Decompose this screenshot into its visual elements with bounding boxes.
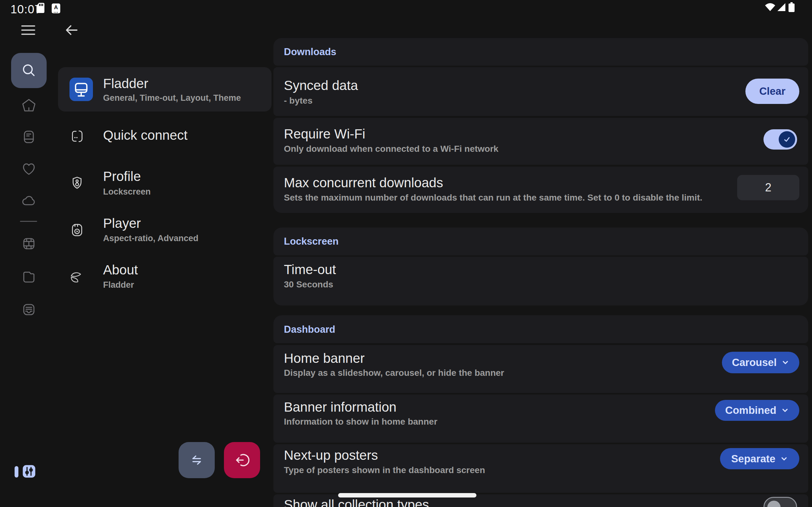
sdcard-icon bbox=[37, 3, 44, 13]
banner-information-select[interactable]: Combined bbox=[715, 400, 799, 421]
row-home-banner[interactable]: Home banner Display as a slideshow, caro… bbox=[273, 345, 808, 393]
swap-arrows-icon bbox=[188, 451, 206, 469]
fladder-display-icon bbox=[69, 78, 93, 101]
menu-item-player[interactable] bbox=[58, 209, 271, 251]
row-require-wifi[interactable]: Require Wi-Fi Only download when connect… bbox=[273, 118, 808, 165]
battery-icon bbox=[789, 2, 795, 12]
row-subtitle: Only download when connected to a Wi-Fi … bbox=[284, 145, 498, 153]
settings-selected-indicator bbox=[14, 466, 18, 477]
settings-sliders-icon[interactable] bbox=[22, 464, 36, 478]
menu-item-title: Quick connect bbox=[103, 129, 188, 142]
row-subtitle: Information to show in home banner bbox=[284, 417, 438, 426]
gesture-navigation-bar[interactable] bbox=[338, 493, 476, 498]
nextup-posters-select[interactable]: Separate bbox=[720, 448, 799, 469]
section-header-label: Lockscreen bbox=[284, 236, 339, 246]
quick-connect-icon bbox=[69, 128, 85, 144]
section-header-label: Dashboard bbox=[284, 325, 335, 334]
section-header-dashboard: Dashboard bbox=[273, 315, 808, 343]
chevron-down-icon bbox=[780, 455, 788, 463]
back-arrow-icon[interactable] bbox=[65, 23, 79, 38]
row-synced-data[interactable]: Synced data - bytes Clear bbox=[273, 67, 808, 116]
row-title: Time-out bbox=[284, 263, 336, 276]
require-wifi-toggle[interactable] bbox=[763, 129, 797, 150]
fladder-settings-screen: 10:07 A ... bbox=[0, 0, 812, 507]
favorites-heart-icon[interactable] bbox=[21, 161, 37, 176]
row-subtitle: - bytes bbox=[284, 96, 312, 105]
cloud-sync-icon[interactable] bbox=[21, 193, 37, 209]
section-header-downloads: Downloads bbox=[273, 38, 808, 66]
rail-item-search[interactable] bbox=[11, 53, 47, 88]
menu-item-subtitle: Lockscreen bbox=[103, 187, 151, 196]
rail-divider bbox=[20, 221, 37, 222]
row-banner-information[interactable]: Banner information Information to show i… bbox=[273, 395, 808, 443]
home-icon[interactable] bbox=[21, 98, 37, 113]
menu-item-subtitle: Fladder bbox=[103, 281, 134, 289]
cell-signal-icon bbox=[777, 3, 786, 11]
movies-film-icon[interactable] bbox=[21, 236, 37, 251]
section-header-lockscreen: Lockscreen bbox=[273, 228, 808, 256]
folders-icon[interactable] bbox=[21, 269, 37, 284]
logout-icon bbox=[233, 451, 251, 469]
logout-fab[interactable] bbox=[224, 442, 260, 478]
row-subtitle: Display as a slideshow, carousel, or hid… bbox=[284, 369, 504, 377]
check-icon bbox=[782, 135, 792, 144]
row-title: Home banner bbox=[284, 352, 364, 365]
row-subtitle: Sets the maximum number of downloads tha… bbox=[284, 193, 702, 202]
menu-hamburger-icon[interactable] bbox=[21, 25, 36, 36]
row-timeout[interactable]: Time-out 30 Seconds bbox=[273, 257, 808, 305]
row-title: Require Wi-Fi bbox=[284, 127, 365, 141]
chevron-down-icon bbox=[781, 358, 790, 367]
row-title: Show all collection types bbox=[284, 498, 429, 507]
home-banner-select[interactable]: Carousel bbox=[722, 352, 799, 373]
chevron-down-icon bbox=[781, 406, 789, 414]
menu-item-title: About bbox=[103, 263, 138, 277]
profile-shield-icon bbox=[69, 175, 85, 191]
row-nextup-posters[interactable]: Next-up posters Type of posters shown in… bbox=[273, 444, 808, 493]
menu-item-profile[interactable] bbox=[58, 162, 271, 205]
section-header-label: Downloads bbox=[284, 47, 336, 57]
about-fladder-logo-icon bbox=[68, 269, 85, 285]
clear-button[interactable]: Clear bbox=[745, 78, 799, 104]
row-title: Banner information bbox=[284, 400, 397, 414]
row-subtitle: 30 Seconds bbox=[284, 280, 334, 289]
row-title: Max concurrent downloads bbox=[284, 176, 443, 189]
menu-item-title: Fladder bbox=[103, 77, 148, 90]
row-max-concurrent[interactable]: Max concurrent downloads Sets the maximu… bbox=[273, 167, 808, 213]
menu-item-title: Profile bbox=[103, 170, 141, 183]
toggle-thumb bbox=[779, 131, 795, 148]
row-title: Synced data bbox=[284, 79, 358, 92]
swap-server-fab[interactable] bbox=[179, 442, 215, 478]
wifi-icon bbox=[765, 3, 775, 11]
library-icon[interactable] bbox=[21, 129, 37, 145]
menu-item-about[interactable] bbox=[58, 256, 271, 298]
menu-item-subtitle: General, Time-out, Layout, Theme bbox=[103, 94, 241, 102]
row-title: Next-up posters bbox=[284, 449, 378, 462]
menu-item-title: Player bbox=[103, 217, 141, 230]
search-icon bbox=[20, 62, 37, 78]
max-downloads-input[interactable]: 2 bbox=[737, 175, 799, 200]
menu-item-subtitle: Aspect-ratio, Advanced bbox=[103, 234, 199, 243]
keyboard-icon: A ... bbox=[52, 3, 60, 13]
collections-inbox-icon[interactable] bbox=[21, 302, 37, 317]
player-icon bbox=[69, 222, 85, 238]
show-all-collections-toggle[interactable] bbox=[763, 497, 797, 507]
toggle-thumb bbox=[767, 501, 780, 507]
row-subtitle: Type of posters shown in the dashboard s… bbox=[284, 466, 485, 475]
